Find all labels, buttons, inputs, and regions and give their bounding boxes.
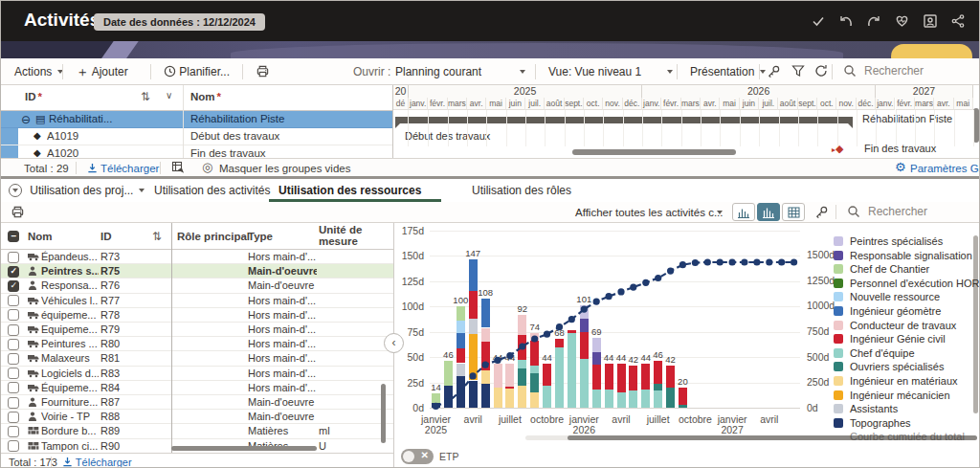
gantt-grid-options-icon[interactable] — [171, 161, 185, 176]
table-horizontal-scrollbar[interactable] — [171, 446, 317, 451]
row-checkbox[interactable] — [8, 412, 19, 423]
print-button[interactable] — [256, 64, 270, 79]
sort-icon[interactable]: ⇅ — [141, 90, 150, 103]
table-vertical-scrollbar[interactable] — [381, 384, 386, 443]
collapse-panel-button[interactable]: ‹ — [384, 333, 404, 353]
select-all-checkbox[interactable] — [8, 231, 19, 242]
presentation-button[interactable]: Présentation — [690, 64, 766, 79]
hide-empty-groups-label[interactable]: Masquer les groupes vides — [219, 161, 350, 176]
schedule-button[interactable]: Planifier... — [164, 64, 230, 79]
gantt-row[interactable]: ⊖▤Réhabilitati...Réhabilitation Piste — [1, 111, 393, 128]
legend-item[interactable]: Assistants — [834, 403, 898, 416]
row-checkbox[interactable] — [8, 368, 19, 379]
open-planning-select[interactable]: Planning courant — [395, 64, 481, 79]
tab-utilisation-roles[interactable]: Utilisation des rôles — [472, 183, 571, 202]
legend-item[interactable]: Responsable signalisation — [834, 250, 972, 263]
legend-item[interactable]: Personnel d'exécution HORAIRE — [834, 278, 980, 291]
view-select[interactable]: Vue: Vue niveau 1 — [548, 64, 641, 79]
resource-search-input[interactable] — [866, 204, 971, 219]
row-checkbox[interactable] — [8, 382, 19, 393]
gantt-row[interactable]: ◆A1019Début des travaux — [1, 128, 393, 145]
resource-row[interactable]: Épandeus...R73Hors main-d'... — [1, 250, 393, 264]
row-checkbox[interactable] — [8, 397, 19, 409]
legend-item[interactable]: Chef de Chantier — [834, 263, 929, 277]
activities-filter-caret[interactable] — [711, 205, 723, 220]
legend-item[interactable]: Peintres spécialisés — [834, 235, 943, 249]
share-icon[interactable] — [950, 13, 966, 29]
manage-columns-icon[interactable] — [814, 205, 829, 220]
manage-views-icon[interactable] — [767, 64, 781, 79]
resource-download-button[interactable]: Télécharger — [62, 457, 132, 468]
legend-scrollbar[interactable] — [973, 235, 978, 413]
redo-icon[interactable] — [866, 13, 881, 29]
tab-utilisation-activites[interactable]: Utilisation des activités — [154, 183, 270, 202]
resource-row[interactable]: Véhicules l...R77Hors main-d'... — [1, 294, 393, 308]
row-checkbox[interactable] — [8, 440, 19, 452]
row-checkbox[interactable] — [8, 280, 19, 292]
column-header-unit[interactable]: Unité de mesure — [319, 224, 380, 247]
stacked-histogram-view-button[interactable] — [757, 203, 780, 221]
legend-item[interactable]: Conducteur de travaux — [834, 320, 956, 333]
row-checkbox[interactable] — [8, 266, 19, 278]
search-input[interactable] — [862, 63, 968, 78]
collapse-icon[interactable]: ⊖ — [21, 113, 31, 126]
row-checkbox[interactable] — [8, 426, 19, 437]
validate-icon[interactable] — [811, 13, 826, 29]
legend-item[interactable]: Ingénieur géomètre — [834, 305, 941, 319]
gantt-download-button[interactable]: Télécharger — [87, 161, 159, 176]
refresh-icon[interactable] — [814, 64, 828, 79]
activities-filter-select[interactable]: Afficher toutes les activités c... — [575, 205, 723, 220]
resource-row[interactable]: Peintres s...R75Main-d'oeuvre — [1, 264, 393, 279]
legend-item[interactable]: Topographes — [834, 417, 911, 431]
spreadsheet-view-button[interactable] — [782, 203, 805, 221]
resource-row[interactable]: MalaxeursR81Hors main-d'... — [1, 351, 393, 366]
resource-row[interactable]: Équipeme...R84Hors main-d'... — [1, 381, 393, 395]
print-button[interactable] — [11, 205, 25, 220]
health-icon[interactable] — [894, 13, 910, 29]
column-menu-icon[interactable]: ∨ — [166, 90, 172, 100]
column-header-nom[interactable]: Nom — [28, 231, 53, 242]
column-header-nom[interactable]: Nom* — [190, 91, 221, 102]
row-checkbox[interactable] — [8, 309, 19, 321]
gantt-horizontal-scrollbar[interactable] — [572, 149, 736, 155]
resource-row[interactable]: Equipeme...R79Hors main-d'... — [1, 323, 393, 337]
row-checkbox[interactable] — [8, 353, 19, 365]
open-planning-caret[interactable] — [514, 64, 525, 79]
gantt-row[interactable]: ◆A1020Fin des travaux — [1, 145, 393, 158]
legend-item[interactable]: Chef d'équipe — [834, 347, 915, 361]
legend-item[interactable]: Ouvriers spécialisés — [834, 361, 944, 374]
add-button[interactable]: ＋ Ajouter — [76, 64, 128, 79]
column-header-type[interactable]: Type — [248, 231, 273, 242]
legend-item[interactable]: Ingénieur Génie civil — [834, 333, 946, 346]
summary-bar[interactable] — [395, 117, 853, 123]
gantt-vertical-scrollbar[interactable] — [973, 108, 979, 143]
resource-row[interactable]: Voirie - TPR88Main-d'oeuvre — [1, 410, 393, 424]
resource-row[interactable]: Peintures ...R80Hors main-d'... — [1, 337, 393, 351]
row-checkbox[interactable] — [8, 324, 19, 336]
histogram-view-button[interactable] — [732, 203, 755, 221]
row-checkbox[interactable] — [8, 252, 19, 263]
column-header-id[interactable]: ID — [100, 231, 112, 242]
row-checkbox[interactable] — [8, 295, 19, 306]
legend-item[interactable]: Nouvelle ressource — [834, 291, 940, 304]
gear-icon[interactable]: ⚙ — [895, 160, 906, 175]
resource-row[interactable]: Bordure b...R89Matièresml — [1, 424, 393, 438]
tab-utilisation-projets[interactable]: Utilisation des proj... — [9, 183, 145, 202]
filter-icon[interactable] — [791, 64, 805, 79]
resource-row[interactable]: Logiciels d...R83Hors main-d'... — [1, 367, 393, 381]
actions-button[interactable]: Actions — [14, 64, 63, 79]
sort-icon[interactable]: ⇅ — [152, 230, 162, 243]
gantt-settings-link[interactable]: Paramètres Gantt — [910, 161, 980, 176]
etp-toggle[interactable]: ✕ — [401, 449, 434, 464]
legend-item[interactable]: Courbe cumulée du total — [834, 431, 965, 444]
column-header-id[interactable]: ID* — [25, 91, 42, 102]
resource-row[interactable]: Fourniture...R87Main-d'oeuvre — [1, 395, 393, 410]
resource-row[interactable]: équipeme...R78Hors main-d'... — [1, 308, 393, 323]
hide-empty-groups-icon[interactable]: ◎ — [202, 160, 212, 175]
resource-row[interactable]: Responsa...R76Main-d'oeuvre — [1, 279, 393, 293]
column-header-role[interactable]: Rôle principal — [177, 231, 250, 242]
legend-item[interactable]: Ingénieur en matériaux — [834, 375, 958, 389]
user-card-icon[interactable] — [923, 13, 938, 29]
undo-icon[interactable] — [838, 13, 854, 29]
view-caret[interactable] — [661, 64, 673, 79]
